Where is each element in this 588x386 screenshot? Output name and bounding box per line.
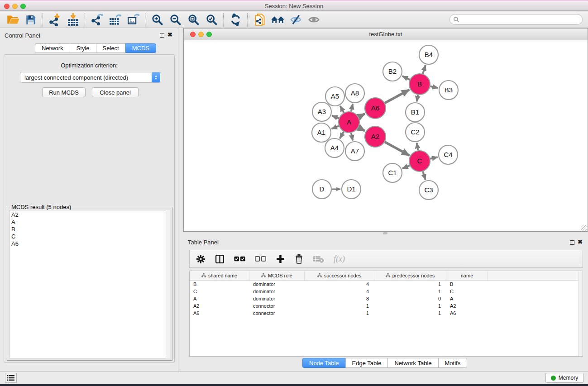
edge-A-A3[interactable]: [332, 116, 339, 119]
table-cell[interactable]: B: [190, 281, 249, 288]
table-cell[interactable]: A2: [446, 302, 488, 310]
edge-A-A8[interactable]: [351, 104, 353, 112]
table-cell[interactable]: A6: [446, 310, 488, 317]
show-eye-icon[interactable]: [306, 13, 321, 27]
table-cell[interactable]: B: [446, 281, 488, 288]
criterion-select[interactable]: largest connected component (directed) ▲…: [20, 72, 161, 83]
table-cell[interactable]: A: [446, 295, 488, 302]
edge-B-B3[interactable]: [430, 86, 438, 88]
table-cell[interactable]: 0: [374, 295, 446, 302]
column-header-successor-nodes[interactable]: successor nodes: [305, 271, 374, 280]
export-table-icon[interactable]: [107, 13, 123, 27]
zoom-out-icon[interactable]: [167, 13, 183, 27]
column-header-predecessor-nodes[interactable]: predecessor nodes: [374, 271, 446, 280]
column-header-MCDS-role[interactable]: MCDS role: [249, 271, 305, 280]
table-cell[interactable]: 4: [305, 281, 374, 288]
function-builder-icon[interactable]: f(x): [334, 253, 345, 265]
table-cell[interactable]: 4: [305, 288, 374, 295]
table-cell[interactable]: connector: [249, 310, 305, 317]
task-history-button[interactable]: [5, 373, 17, 383]
add-column-icon[interactable]: [276, 253, 285, 265]
edge-C-C1[interactable]: [402, 166, 410, 169]
open-session-icon[interactable]: [5, 13, 20, 27]
search-input[interactable]: [461, 15, 582, 24]
edge-A-A6[interactable]: [359, 114, 365, 117]
hide-eye-icon[interactable]: [288, 13, 303, 27]
close-panel-button[interactable]: Close panel: [92, 87, 139, 97]
mcds-result-item[interactable]: A6: [11, 240, 170, 248]
mcds-result-item[interactable]: C: [11, 233, 170, 240]
edge-C-C2[interactable]: [417, 143, 418, 151]
table-cell[interactable]: A: [190, 295, 249, 302]
zoom-in-icon[interactable]: [149, 13, 165, 27]
zoom-selected-icon[interactable]: [204, 13, 219, 27]
edge-B-B4[interactable]: [423, 65, 425, 74]
memory-button[interactable]: Memory: [545, 373, 583, 383]
edge-A-A5[interactable]: [340, 106, 344, 113]
tab-network[interactable]: Network: [35, 43, 70, 53]
table-cell[interactable]: C: [446, 288, 488, 295]
edge-A6-B[interactable]: [385, 90, 409, 103]
resize-grip[interactable]: [581, 225, 587, 231]
table-cell[interactable]: A6: [190, 310, 249, 317]
table-cell[interactable]: 1: [374, 288, 446, 295]
table-row[interactable]: Adominator80A: [190, 295, 583, 302]
table-row[interactable]: A2connector11A2: [190, 302, 583, 310]
table-row[interactable]: Cdominator41C: [190, 288, 583, 295]
edge-C-C3[interactable]: [423, 172, 425, 180]
tab-edge-table[interactable]: Edge Table: [345, 358, 388, 368]
float-panel-icon[interactable]: [160, 33, 164, 38]
delete-column-icon[interactable]: [295, 253, 303, 265]
edge-B-B1[interactable]: [417, 95, 418, 102]
table-cell[interactable]: connector: [249, 302, 305, 310]
float-table-panel-icon[interactable]: [570, 240, 574, 245]
table-cell[interactable]: dominator: [249, 295, 305, 302]
edge-A2-C[interactable]: [385, 142, 409, 156]
table-cell[interactable]: 1: [305, 302, 374, 310]
edge-C-C4[interactable]: [430, 157, 437, 159]
delete-table-icon[interactable]: [313, 253, 324, 265]
table-row[interactable]: Bdominator41B: [190, 281, 583, 288]
deselect-all-icon[interactable]: [255, 253, 266, 265]
edge-A-A2[interactable]: [359, 128, 365, 131]
table-cell[interactable]: C: [190, 288, 249, 295]
table-cell[interactable]: A2: [190, 302, 249, 310]
tab-mcds[interactable]: MCDS: [125, 43, 156, 53]
edge-A-A7[interactable]: [351, 133, 353, 141]
edge-B-B2[interactable]: [402, 76, 410, 80]
tab-node-table[interactable]: Node Table: [302, 358, 345, 368]
export-network-icon[interactable]: [89, 13, 105, 27]
table-cell[interactable]: 1: [374, 281, 446, 288]
tab-style[interactable]: Style: [70, 43, 96, 53]
table-cell[interactable]: 1: [305, 310, 374, 317]
close-table-panel-icon[interactable]: ✖: [578, 239, 583, 245]
tab-motifs[interactable]: Motifs: [438, 358, 468, 368]
result-scrollbar[interactable]: [166, 210, 170, 358]
refresh-layout-icon[interactable]: [228, 13, 243, 27]
save-session-icon[interactable]: [23, 13, 38, 27]
network-graph[interactable]: AA1A2A3A4A5A6A7A8BB1B2B3B4CC1C2C3C4DD1: [184, 40, 588, 231]
select-all-icon[interactable]: [234, 253, 245, 265]
table-cell[interactable]: 8: [305, 295, 374, 302]
tab-select[interactable]: Select: [96, 43, 125, 53]
mcds-result-item[interactable]: A2: [11, 211, 170, 219]
table-row[interactable]: A6connector11A6: [190, 310, 583, 317]
settings-gear-icon[interactable]: [196, 253, 206, 265]
tab-network-table[interactable]: Network Table: [387, 358, 438, 368]
zoom-fit-icon[interactable]: [186, 13, 201, 27]
column-header-name[interactable]: name: [446, 271, 488, 280]
import-network-icon[interactable]: [47, 13, 62, 27]
table-cell[interactable]: dominator: [249, 281, 305, 288]
export-image-icon[interactable]: [125, 13, 141, 27]
import-table-icon[interactable]: [65, 13, 81, 27]
table-cell[interactable]: dominator: [249, 288, 305, 295]
splitter-handle[interactable]: [383, 232, 387, 234]
table-cell[interactable]: 1: [374, 310, 446, 317]
run-mcds-button[interactable]: Run MCDS: [42, 87, 86, 97]
houses-icon[interactable]: [270, 13, 285, 27]
mcds-result-item[interactable]: B: [11, 226, 170, 233]
column-header-shared-name[interactable]: shared name: [190, 271, 249, 280]
close-panel-icon[interactable]: ✖: [167, 32, 172, 38]
mcds-result-item[interactable]: A: [11, 219, 170, 226]
table-cell[interactable]: 1: [374, 302, 446, 310]
